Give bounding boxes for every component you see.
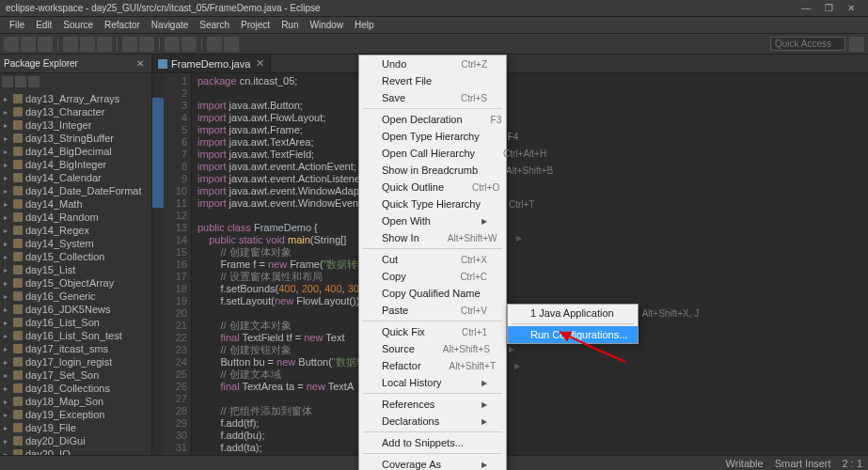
menu-item[interactable]: Coverage As▶ xyxy=(359,456,506,470)
tree-node[interactable]: ▸day16_JDK5News xyxy=(0,303,151,316)
new-package-icon[interactable] xyxy=(122,37,137,52)
tree-node[interactable]: ▸day18_Map_Son xyxy=(0,395,151,408)
tree-node[interactable]: ▸day16_List_Son_test xyxy=(0,329,151,342)
tree-node[interactable]: ▸day16_Generic xyxy=(0,290,151,303)
maximize-button[interactable]: ❐ xyxy=(817,3,840,13)
menu-item[interactable]: SourceAlt+Shift+S▶ xyxy=(359,340,506,357)
titlebar: eclipse-workspace - day25_GUI/src/cn/itc… xyxy=(0,0,868,17)
tree-node[interactable]: ▸day20_DiGui xyxy=(0,434,151,447)
new-icon[interactable] xyxy=(4,37,19,52)
tree-node[interactable]: ▸day14_Date_DateFormat xyxy=(0,184,151,197)
toolbar xyxy=(0,34,868,55)
menu-item[interactable]: Declarations▶ xyxy=(359,413,506,430)
view-close-icon[interactable]: ✕ xyxy=(133,58,148,69)
menu-item[interactable]: Add to Snippets... xyxy=(359,434,506,451)
link-editor-icon[interactable] xyxy=(15,76,26,87)
collapse-all-icon[interactable] xyxy=(2,76,13,87)
tree-node[interactable]: ▸day17_Set_Son xyxy=(0,368,151,382)
tree-node[interactable]: ▸day19_File xyxy=(0,421,151,434)
menu-source[interactable]: Source xyxy=(57,20,99,30)
menu-file[interactable]: File xyxy=(4,20,30,30)
menu-refactor[interactable]: Refactor xyxy=(99,20,146,30)
tree-node[interactable]: ▸day14_Regex xyxy=(0,224,151,237)
tree-node[interactable]: ▸day18_Collections xyxy=(0,382,151,395)
tree-node[interactable]: ▸day15_ObjectArray xyxy=(0,276,151,290)
editor-area: FrameDemo.java ✕ 12345678910111213141516… xyxy=(152,55,868,455)
tab-close-icon[interactable]: ✕ xyxy=(256,57,264,70)
menu-item[interactable]: Run Configurations... xyxy=(508,326,638,343)
run-icon[interactable] xyxy=(80,37,95,52)
tree-node[interactable]: ▸day13_Character xyxy=(0,105,151,118)
menu-item[interactable]: Quick Type HierarchyCtrl+T xyxy=(359,196,506,212)
tree-node[interactable]: ▸day14_Math xyxy=(0,197,151,211)
menu-item[interactable]: PasteCtrl+V xyxy=(359,302,506,319)
save-all-icon[interactable] xyxy=(38,37,53,52)
tree-node[interactable]: ▸day14_Calendar xyxy=(0,171,151,184)
perspective-java-icon[interactable] xyxy=(849,37,864,52)
marker-bar xyxy=(152,73,164,455)
project-tree[interactable]: ▸day13_Array_Arrays▸day13_Character▸day1… xyxy=(0,90,151,455)
menu-edit[interactable]: Edit xyxy=(30,20,57,30)
menu-item[interactable]: Revert File xyxy=(359,72,506,89)
code-content[interactable]: package cn.itcast_05;import java.awt.But… xyxy=(192,73,868,455)
menu-item[interactable]: Open Call HierarchyCtrl+Alt+H xyxy=(359,145,506,162)
menu-navigate[interactable]: Navigate xyxy=(146,20,194,30)
back-icon[interactable] xyxy=(207,37,222,52)
minimize-button[interactable]: — xyxy=(795,3,817,13)
menu-item[interactable]: Copy Qualified Name xyxy=(359,285,506,302)
run-as-submenu[interactable]: 1 Java ApplicationAlt+Shift+X, JRun Conf… xyxy=(507,304,639,344)
menu-item[interactable]: Quick OutlineCtrl+O xyxy=(359,179,506,196)
menu-item[interactable]: 1 Java ApplicationAlt+Shift+X, J xyxy=(508,305,638,321)
tree-node[interactable]: ▸day14_System xyxy=(0,237,151,250)
tree-node[interactable]: ▸day19_Exception xyxy=(0,408,151,421)
view-menu-icon[interactable] xyxy=(28,76,39,87)
debug-icon[interactable] xyxy=(63,37,78,52)
search-icon[interactable] xyxy=(181,37,197,52)
tree-node[interactable]: ▸day15_List xyxy=(0,263,151,276)
package-explorer-title: Package Explorer xyxy=(4,58,133,69)
tree-node[interactable]: ▸day14_BigDecimal xyxy=(0,145,151,158)
status-position: 2 : 1 xyxy=(843,458,862,469)
tree-node[interactable]: ▸day15_Collection xyxy=(0,250,151,263)
menu-item[interactable]: UndoCtrl+Z xyxy=(359,55,506,72)
status-insert: Smart Insert xyxy=(775,458,831,469)
menu-item[interactable]: Open With▶ xyxy=(359,212,506,229)
tree-node[interactable]: ▸day14_BigInteger xyxy=(0,158,151,171)
menu-item[interactable]: Quick FixCtrl+1 xyxy=(359,323,506,340)
tree-node[interactable]: ▸day13_Array_Arrays xyxy=(0,92,151,105)
menu-item[interactable]: CutCtrl+X xyxy=(359,251,506,268)
package-explorer-header: Package Explorer ✕ xyxy=(0,55,151,73)
close-button[interactable]: ✕ xyxy=(840,3,862,13)
menu-item[interactable]: References▶ xyxy=(359,396,506,413)
tree-node[interactable]: ▸day14_Random xyxy=(0,211,151,224)
tree-node[interactable]: ▸day20_IO xyxy=(0,447,151,455)
tree-node[interactable]: ▸day17_login_regist xyxy=(0,355,151,368)
forward-icon[interactable] xyxy=(224,37,239,52)
open-type-icon[interactable] xyxy=(165,37,180,52)
menu-window[interactable]: Window xyxy=(304,20,349,30)
menu-item[interactable]: Show InAlt+Shift+W▶ xyxy=(359,229,506,246)
menu-search[interactable]: Search xyxy=(194,20,235,30)
menu-item[interactable]: Open DeclarationF3 xyxy=(359,111,506,128)
tree-node[interactable]: ▸day17_itcast_sms xyxy=(0,342,151,355)
menu-run[interactable]: Run xyxy=(276,20,304,30)
save-icon[interactable] xyxy=(21,37,36,52)
tree-node[interactable]: ▸day16_List_Son xyxy=(0,316,151,329)
menu-project[interactable]: Project xyxy=(235,20,276,30)
menu-item[interactable]: CopyCtrl+C xyxy=(359,268,506,285)
menu-item[interactable]: Open Type HierarchyF4 xyxy=(359,128,506,145)
editor-tabs: FrameDemo.java ✕ xyxy=(152,55,868,73)
coverage-icon[interactable] xyxy=(97,37,112,52)
menu-item[interactable]: SaveCtrl+S xyxy=(359,89,506,106)
menu-item[interactable]: Show in BreadcrumbAlt+Shift+B xyxy=(359,162,506,179)
tree-node[interactable]: ▸day13_Integer xyxy=(0,118,151,132)
editor-tab-framedemo[interactable]: FrameDemo.java ✕ xyxy=(152,55,271,72)
menu-item[interactable]: Local History▶ xyxy=(359,374,506,391)
new-class-icon[interactable] xyxy=(139,37,154,52)
menu-help[interactable]: Help xyxy=(349,20,380,30)
package-explorer: Package Explorer ✕ ▸day13_Array_Arrays▸d… xyxy=(0,55,152,455)
menu-item[interactable]: RefactorAlt+Shift+T▶ xyxy=(359,357,506,374)
context-menu[interactable]: UndoCtrl+ZRevert FileSaveCtrl+SOpen Decl… xyxy=(358,55,507,470)
tree-node[interactable]: ▸day13_StringBuffer xyxy=(0,132,151,145)
quick-access-input[interactable] xyxy=(770,37,845,51)
